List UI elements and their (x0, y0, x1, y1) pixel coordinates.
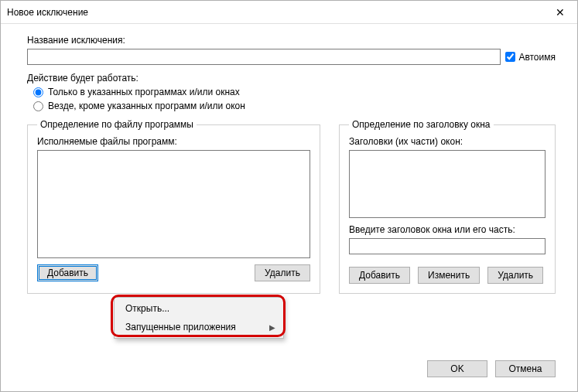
context-running-label: Запущенные приложения (125, 322, 236, 332)
file-add-button[interactable]: Добавить (37, 264, 98, 281)
titlebar: Новое исключение ✕ (1, 1, 577, 24)
title-delete-button[interactable]: Удалить (487, 267, 543, 284)
chevron-right-icon: ▶ (269, 323, 275, 332)
title-listbox[interactable] (349, 150, 546, 218)
scope-radio-except[interactable] (33, 101, 43, 111)
scope-only-label: Только в указанных программах и/или окна… (48, 87, 240, 97)
cancel-button[interactable]: Отмена (495, 360, 556, 377)
title-list-label: Заголовки (их части) окон: (349, 136, 546, 147)
context-item-running-apps[interactable]: Запущенные приложения ▶ (116, 318, 282, 336)
file-delete-button[interactable]: Удалить (255, 264, 310, 281)
ok-button[interactable]: OK (427, 360, 487, 377)
dialog-button-row: OK Отмена (427, 360, 556, 377)
title-group-legend: Определение по заголовку окна (349, 119, 494, 130)
dialog-content: Название исключения: Автоимя Действие бу… (1, 24, 577, 302)
context-item-open[interactable]: Открыть... (116, 299, 282, 318)
dialog-window: Новое исключение ✕ Название исключения: … (0, 0, 578, 392)
auto-name-checkbox-wrap[interactable]: Автоимя (505, 52, 556, 63)
auto-name-checkbox[interactable] (505, 52, 515, 62)
add-context-menu: Открыть... Запущенные приложения ▶ (114, 297, 284, 339)
scope-radio-only[interactable] (33, 87, 43, 97)
title-input[interactable] (349, 238, 546, 254)
file-listbox[interactable] (37, 150, 310, 258)
title-input-label: Введите заголовок окна или его часть: (349, 224, 546, 235)
file-list-label: Исполняемые файлы программ: (37, 136, 310, 147)
title-add-button[interactable]: Добавить (349, 267, 410, 284)
scope-radio-group: Только в указанных программах и/или окна… (33, 87, 556, 111)
scope-radio-except-wrap[interactable]: Везде, кроме указанных программ и/или ок… (33, 101, 556, 111)
scope-except-label: Везде, кроме указанных программ и/или ок… (48, 101, 245, 111)
close-button[interactable]: ✕ (542, 1, 577, 24)
auto-name-label: Автоимя (518, 52, 556, 63)
file-groupbox: Определение по файлу программы Исполняем… (27, 119, 320, 294)
title-edit-button[interactable]: Изменить (418, 267, 480, 284)
scope-label: Действие будет работать: (27, 73, 556, 84)
file-group-legend: Определение по файлу программы (37, 119, 197, 130)
title-groupbox: Определение по заголовку окна Заголовки … (339, 119, 556, 294)
exclusion-name-input[interactable] (27, 49, 501, 65)
close-icon: ✕ (556, 6, 565, 19)
scope-radio-only-wrap[interactable]: Только в указанных программах и/или окна… (33, 87, 556, 97)
window-title: Новое исключение (7, 7, 88, 18)
context-open-label: Открыть... (125, 303, 169, 314)
exclusion-name-label: Название исключения: (27, 35, 556, 46)
